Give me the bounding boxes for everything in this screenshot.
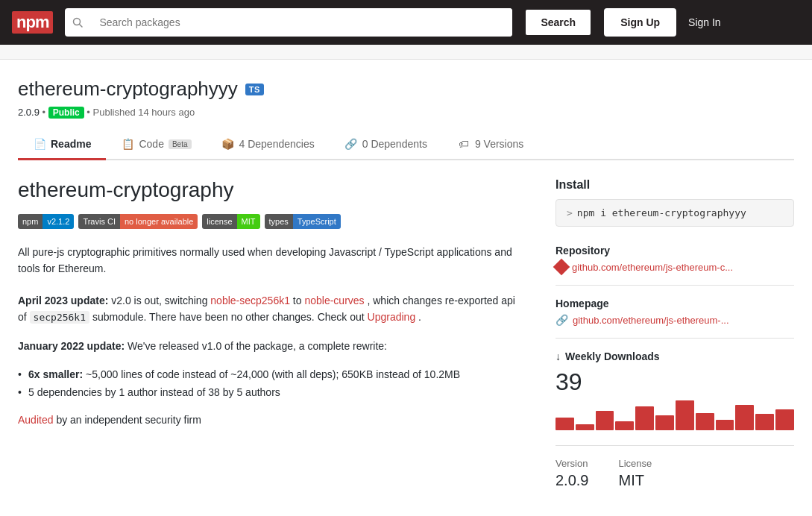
- tab-readme-label: Readme: [51, 138, 91, 150]
- sign-in-link[interactable]: Sign In: [688, 16, 721, 28]
- april-to: to: [293, 295, 305, 306]
- npm-badge: npm v2.1.2: [18, 214, 74, 229]
- main-container: ethereum-cryptographyyy TS 2.0.9 • Publi…: [0, 60, 812, 489]
- chart-bar: [775, 409, 794, 430]
- npm-badge-label: npm: [18, 214, 43, 229]
- chart-bar: [615, 421, 634, 430]
- tab-dependents[interactable]: 🔗 0 Dependents: [330, 130, 442, 160]
- install-command: > npm i ethereum-cryptographyyy: [556, 199, 794, 227]
- secp-code: secp256k1: [30, 311, 89, 324]
- tab-code[interactable]: 📋 Code Beta: [106, 130, 206, 160]
- january-update-label: January 2022 update:: [18, 340, 125, 352]
- meta-separator-1: •: [43, 107, 48, 118]
- npm-badge-value: v2.1.2: [43, 214, 74, 229]
- version-license-row: Version 2.0.9 License MIT: [556, 458, 794, 489]
- version-label: Version: [556, 458, 588, 469]
- upgrading-link[interactable]: Upgrading: [368, 311, 416, 323]
- noble-curves-link[interactable]: noble-curves: [304, 295, 364, 306]
- install-section: Install > npm i ethereum-cryptographyyy: [556, 178, 794, 227]
- package-version: 2.0.9: [18, 107, 40, 118]
- audited-link[interactable]: Audited: [18, 414, 53, 426]
- search-input[interactable]: [90, 8, 512, 37]
- published-text: Published 14 hours ago: [93, 107, 195, 118]
- audited-text: by an independent security firm: [56, 414, 201, 426]
- weekly-downloads-title: ↓ Weekly Downloads: [556, 350, 794, 362]
- homepage-link[interactable]: 🔗 github.com/ethereum/js-ethereum-...: [556, 314, 794, 326]
- tab-versions-label: 9 Versions: [475, 138, 523, 150]
- chart-bar: [596, 411, 614, 430]
- chart-bar: [676, 400, 694, 430]
- types-badge: types TypeScript: [265, 214, 341, 229]
- tab-dependents-label: 0 Dependents: [362, 138, 427, 150]
- license-section: License MIT: [618, 458, 652, 489]
- chart-bar: [576, 424, 594, 430]
- repo-url: github.com/ethereum/js-ethereum-c...: [572, 262, 733, 273]
- april-update-label: April 2023 update:: [18, 295, 108, 306]
- tab-code-label: Code: [139, 138, 163, 150]
- list-item: 5 dependencies by 1 author instead of 38…: [18, 384, 526, 402]
- chart-bar: [735, 405, 754, 430]
- feature-list: 6x smaller: ~5,000 lines of code instead…: [18, 366, 526, 402]
- travis-badge-value: no longer available: [120, 214, 198, 229]
- content-layout: ethereum-cryptography npm v2.1.2 Travis …: [18, 178, 794, 489]
- readme-heading: ethereum-cryptography: [18, 178, 526, 202]
- version-section: Version 2.0.9: [556, 458, 588, 489]
- types-badge-value: TypeScript: [293, 214, 341, 229]
- divider-1: [556, 285, 794, 286]
- description: All pure-js cryptographic primitives nor…: [18, 244, 526, 277]
- travis-badge: Travis CI no longer available: [78, 214, 198, 229]
- dependencies-icon: 📦: [221, 137, 235, 151]
- april-update: April 2023 update: v2.0 is out, switchin…: [18, 292, 526, 326]
- npm-logo: npm: [12, 11, 53, 34]
- tab-dependencies[interactable]: 📦 4 Dependencies: [207, 130, 330, 160]
- breadcrumb-bar: [0, 45, 812, 60]
- dependents-icon: 🔗: [344, 137, 358, 151]
- chart-bar: [556, 418, 574, 430]
- chart-bar: [755, 414, 774, 430]
- package-name: ethereum-cryptographyyy: [18, 78, 238, 101]
- bullet-1-text: ~5,000 lines of code instead of ~24,000 …: [86, 368, 460, 380]
- tabs: 📄 Readme 📋 Code Beta 📦 4 Dependencies 🔗 …: [18, 130, 794, 160]
- weekly-downloads-label: Weekly Downloads: [565, 350, 660, 362]
- ts-badge: TS: [245, 84, 264, 95]
- readme-content: ethereum-cryptography npm v2.1.2 Travis …: [18, 178, 526, 489]
- public-badge: Public: [48, 107, 84, 119]
- search-button[interactable]: Search: [524, 8, 592, 37]
- april-update-text1: v2.0 is out, switching: [111, 295, 210, 306]
- january-update: January 2022 update: We've released v1.0…: [18, 338, 526, 354]
- april-update-text4: .: [418, 311, 421, 323]
- divider-2: [556, 338, 794, 339]
- tab-versions[interactable]: 🏷 9 Versions: [442, 130, 538, 160]
- install-cmd-text: npm i ethereum-cryptographyyy: [577, 207, 746, 218]
- package-title-row: ethereum-cryptographyyy TS: [18, 78, 794, 101]
- readme-icon: 📄: [33, 137, 46, 151]
- license-badge-label: license: [202, 214, 236, 229]
- april-update-text3: submodule. There have been no other chan…: [92, 311, 368, 323]
- list-item: 6x smaller: ~5,000 lines of code instead…: [18, 366, 526, 384]
- sign-up-button[interactable]: Sign Up: [604, 8, 676, 37]
- chart-bar: [696, 413, 714, 430]
- tab-dependencies-label: 4 Dependencies: [239, 138, 315, 150]
- noble-secp-link[interactable]: noble-secp256k1: [210, 295, 290, 306]
- code-icon: 📋: [121, 137, 134, 151]
- audited-line: Audited by an independent security firm: [18, 414, 526, 426]
- beta-badge: Beta: [169, 139, 192, 149]
- license-label: License: [618, 458, 652, 469]
- travis-badge-label: Travis CI: [78, 214, 120, 229]
- sidebar: Install > npm i ethereum-cryptographyyy …: [556, 178, 794, 489]
- repository-section: Repository github.com/ethereum/js-ethere…: [556, 245, 794, 273]
- repo-link[interactable]: github.com/ethereum/js-ethereum-c...: [556, 261, 794, 273]
- homepage-title: Homepage: [556, 298, 794, 309]
- bullet-2-text: 5 dependencies by 1 author instead of 38…: [28, 386, 280, 398]
- tab-readme[interactable]: 📄 Readme: [18, 130, 106, 160]
- downloads-chart: [556, 400, 794, 430]
- license-badge-value: MIT: [237, 214, 260, 229]
- prompt-symbol: >: [567, 207, 573, 218]
- weekly-downloads-count: 39: [556, 368, 794, 396]
- search-icon: [65, 17, 90, 28]
- diamond-icon: [553, 259, 570, 276]
- header: npm Search Sign Up Sign In: [0, 0, 812, 45]
- homepage-url: github.com/ethereum/js-ethereum-...: [573, 315, 729, 326]
- repo-title: Repository: [556, 245, 794, 257]
- chart-bar: [655, 415, 674, 430]
